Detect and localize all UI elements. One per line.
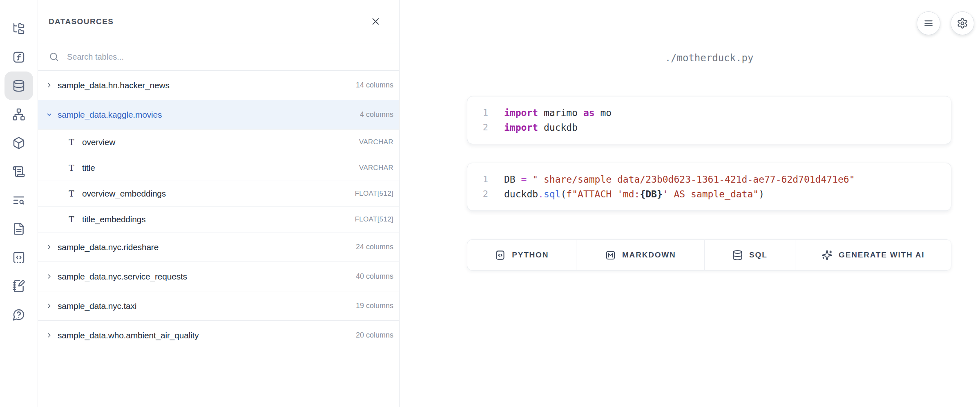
notebook-topbar xyxy=(917,11,974,35)
code-cell: 12import marimo as moimport duckdb xyxy=(467,96,951,144)
app-window: DATASOURCES sample_data.hn.hacker_news14… xyxy=(0,0,980,407)
column-count: 40 columns xyxy=(356,272,393,281)
sidebar-item-scratchpad[interactable] xyxy=(4,272,33,300)
message-question-icon xyxy=(12,308,25,321)
add-python-cell-button[interactable]: PYTHON xyxy=(467,240,576,270)
table-row[interactable]: sample_data.nyc.taxi19 columns xyxy=(38,291,399,321)
sidebar-item-file-explorer[interactable] xyxy=(4,14,33,43)
column-type: FLOAT[512] xyxy=(355,190,393,198)
square-code-icon xyxy=(12,251,25,264)
column-count: 24 columns xyxy=(356,243,393,251)
sidebar-item-variables[interactable] xyxy=(4,43,33,72)
column-name: title_embeddings xyxy=(82,215,146,224)
notebook-pen-icon xyxy=(12,280,25,293)
network-icon xyxy=(12,108,25,121)
close-icon xyxy=(370,16,381,27)
table-name: sample_data.nyc.taxi xyxy=(58,301,136,311)
table-name: sample_data.who.ambient_air_quality xyxy=(58,331,199,340)
chevron-right-icon xyxy=(46,273,52,280)
generate-with-ai-button[interactable]: GENERATE WITH AI xyxy=(795,240,951,270)
column-name: overview_embeddings xyxy=(82,189,166,199)
add-button-label: PYTHON xyxy=(512,250,549,259)
file-text-icon xyxy=(12,222,25,235)
chevron-right-icon xyxy=(46,332,52,338)
activity-rail xyxy=(0,0,38,407)
table-row[interactable]: sample_data.nyc.rideshare24 columns xyxy=(38,233,399,262)
column-type: VARCHAR xyxy=(359,138,393,146)
sidebar-item-packages[interactable] xyxy=(4,129,33,157)
sidebar-item-logs[interactable] xyxy=(4,157,33,186)
code-editor[interactable]: import marimo as moimport duckdb xyxy=(495,105,612,135)
gear-icon xyxy=(957,18,968,29)
database-icon xyxy=(12,79,25,92)
settings-button[interactable] xyxy=(951,11,974,35)
column-type: FLOAT[512] xyxy=(355,215,393,224)
text-type-icon: T xyxy=(67,137,76,147)
notebook-content: ./motherduck.py 12import marimo as moimp… xyxy=(467,52,951,271)
line-numbers: 12 xyxy=(467,105,495,135)
table-list: sample_data.hn.hacker_news14 columnssamp… xyxy=(38,71,399,407)
close-panel-button[interactable] xyxy=(370,16,381,27)
notebook-menu-button[interactable] xyxy=(917,11,940,35)
table-row[interactable]: sample_data.kaggle.movies4 columns xyxy=(38,100,399,130)
cells-container: 12import marimo as moimport duckdb12DB =… xyxy=(467,96,951,211)
table-name: sample_data.kaggle.movies xyxy=(58,110,162,120)
code-editor[interactable]: DB = "_share/sample_data/23b0d623-1361-4… xyxy=(495,172,855,201)
sidebar-item-help[interactable] xyxy=(4,300,33,329)
table-row[interactable]: sample_data.nyc.service_requests40 colum… xyxy=(38,262,399,291)
table-row[interactable]: sample_data.hn.hacker_news14 columns xyxy=(38,71,399,100)
column-row[interactable]: Ttitle_embeddingsFLOAT[512] xyxy=(38,207,399,233)
table-search-bar xyxy=(38,43,399,71)
add-cell-bar: PYTHONMARKDOWNSQLGENERATE WITH AI xyxy=(467,239,951,271)
text-type-icon: T xyxy=(67,189,76,199)
notebook-area: ./motherduck.py 12import marimo as moimp… xyxy=(400,0,980,407)
column-row[interactable]: ToverviewVARCHAR xyxy=(38,130,399,155)
sidebar-item-snippets[interactable] xyxy=(4,243,33,272)
scroll-text-icon xyxy=(12,165,25,178)
add-button-label: GENERATE WITH AI xyxy=(839,250,924,259)
text-type-icon: T xyxy=(67,163,76,173)
search-icon xyxy=(49,51,59,62)
panel-header: DATASOURCES xyxy=(38,0,399,43)
markdown-icon xyxy=(605,250,616,261)
box-icon xyxy=(12,136,25,150)
chevron-down-icon xyxy=(46,112,52,118)
column-type: VARCHAR xyxy=(359,164,393,172)
chevron-right-icon xyxy=(46,82,52,88)
table-name: sample_data.hn.hacker_news xyxy=(58,81,170,90)
sparkles-icon xyxy=(822,250,833,261)
function-square-icon xyxy=(12,51,25,64)
text-search-icon xyxy=(12,194,25,207)
chevron-right-icon xyxy=(46,244,52,250)
datasources-panel: DATASOURCES sample_data.hn.hacker_news14… xyxy=(38,0,400,407)
table-row[interactable]: sample_data.who.ambient_air_quality20 co… xyxy=(38,321,399,350)
hamburger-menu-icon xyxy=(923,18,934,29)
column-count: 4 columns xyxy=(360,110,393,119)
column-count: 14 columns xyxy=(356,81,393,89)
add-markdown-cell-button[interactable]: MARKDOWN xyxy=(576,240,704,270)
column-name: title xyxy=(82,163,95,173)
sidebar-item-outline[interactable] xyxy=(4,186,33,215)
add-sql-cell-button[interactable]: SQL xyxy=(704,240,795,270)
sidebar-item-documentation[interactable] xyxy=(4,215,33,243)
chevron-right-icon xyxy=(46,303,52,309)
column-count: 19 columns xyxy=(356,302,393,310)
column-row[interactable]: TtitleVARCHAR xyxy=(38,155,399,181)
add-button-label: MARKDOWN xyxy=(622,250,676,259)
sidebar-item-datasources[interactable] xyxy=(4,72,33,100)
search-input[interactable] xyxy=(66,52,388,62)
column-row[interactable]: Toverview_embeddingsFLOAT[512] xyxy=(38,181,399,207)
sidebar-item-dependencies[interactable] xyxy=(4,100,33,129)
panel-title: DATASOURCES xyxy=(49,17,114,26)
text-type-icon: T xyxy=(67,215,76,224)
notebook-filename: ./motherduck.py xyxy=(467,52,951,64)
table-name: sample_data.nyc.service_requests xyxy=(58,272,187,282)
code-cell: 12DB = "_share/sample_data/23b0d623-1361… xyxy=(467,163,951,211)
database-icon xyxy=(732,250,743,261)
column-count: 20 columns xyxy=(356,331,393,340)
line-numbers: 12 xyxy=(467,172,495,201)
folder-tree-icon xyxy=(12,22,25,35)
table-name: sample_data.nyc.rideshare xyxy=(58,242,158,252)
add-button-label: SQL xyxy=(749,250,767,259)
column-name: overview xyxy=(82,137,115,147)
